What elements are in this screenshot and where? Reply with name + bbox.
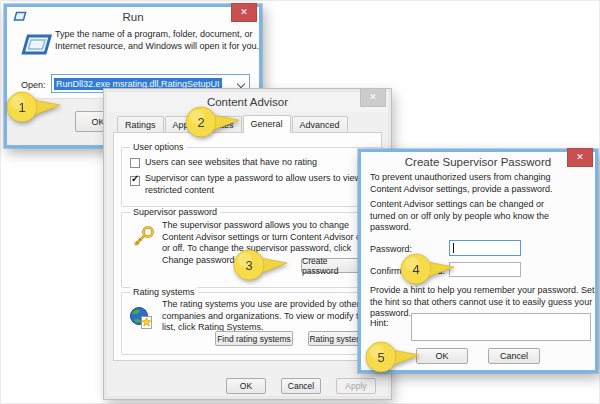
hint-label: Hint:: [370, 318, 389, 328]
content-advisor-dialog: Content Advisor ✕ Ratings Approved Sites…: [104, 89, 391, 399]
password-dialog-p1: To prevent unauthorized users from chang…: [370, 172, 572, 195]
rating-systems-label: Rating systems: [130, 287, 198, 297]
content-advisor-cancel-button[interactable]: Cancel: [281, 378, 321, 394]
content-advisor-ok-button[interactable]: OK: [226, 378, 266, 394]
chevron-down-icon[interactable]: [237, 80, 245, 88]
user-options-group: User options Users can see websites that…: [121, 147, 383, 207]
content-advisor-apply-button[interactable]: Apply: [336, 378, 376, 394]
globe-rating-icon: [129, 306, 154, 331]
step-callout-3: 3: [232, 247, 290, 285]
step-callout-2: 2: [184, 104, 242, 142]
content-advisor-cancel-label: Cancel: [288, 381, 314, 391]
content-advisor-apply-label: Apply: [345, 381, 366, 391]
run-close-icon[interactable]: ✕: [232, 4, 256, 21]
step-callout-4: 4: [399, 251, 457, 289]
run-program-icon: [19, 33, 55, 60]
step-callout-1: 1: [5, 89, 63, 127]
run-titlebar-icon: [13, 11, 27, 22]
confirm-password-field[interactable]: [449, 262, 521, 277]
password-dialog-title: Create Supervisor Password: [405, 156, 551, 168]
no-rating-checkbox[interactable]: [130, 158, 140, 168]
svg-text:3: 3: [245, 258, 252, 273]
run-title: Run: [122, 11, 143, 23]
password-dialog-cancel-button[interactable]: Cancel: [488, 348, 540, 364]
run-ok-label: OK: [91, 117, 104, 127]
rating-systems-group: Rating systems The rating systems you us…: [121, 292, 383, 355]
svg-text:2: 2: [197, 115, 204, 130]
content-advisor-ok-label: OK: [240, 381, 252, 391]
supervisor-override-checkbox[interactable]: ✓: [130, 176, 140, 186]
password-dialog-titlebar[interactable]: Create Supervisor Password: [361, 152, 595, 172]
password-field[interactable]: [449, 240, 521, 256]
password-dialog-p2: Content Advisor settings can be changed …: [370, 199, 568, 234]
svg-text:5: 5: [377, 350, 384, 365]
supervisor-override-checkbox-label[interactable]: Supervisor can type a password to allow …: [145, 173, 377, 196]
checkmark-icon: ✓: [131, 173, 139, 184]
password-dialog-ok-label: OK: [435, 351, 448, 361]
create-password-label: Create password: [302, 256, 366, 276]
user-options-label: User options: [130, 142, 187, 152]
content-advisor-titlebar[interactable]: Content Advisor: [107, 92, 388, 112]
find-rating-systems-label: Find rating systems: [217, 334, 291, 344]
run-titlebar[interactable]: Run: [7, 7, 259, 27]
password-dialog-close-icon[interactable]: ✕: [568, 149, 592, 166]
key-icon: [130, 225, 156, 249]
password-dialog-ok-button[interactable]: OK: [416, 348, 468, 364]
no-rating-checkbox-label[interactable]: Users can see websites that have no rati…: [145, 157, 317, 167]
run-description: Type the name of a program, folder, docu…: [55, 29, 261, 52]
find-rating-systems-button[interactable]: Find rating systems: [215, 331, 293, 346]
step-callout-5: 5: [364, 339, 422, 377]
svg-text:1: 1: [18, 100, 25, 115]
screenshot-canvas: Run ✕ Type the name of a program, folder…: [0, 0, 600, 404]
svg-text:4: 4: [412, 262, 419, 277]
rating-systems-text: The rating systems you use are provided …: [162, 299, 380, 334]
content-advisor-close-icon[interactable]: ✕: [361, 89, 385, 106]
run-open-value: RunDll32.exe msrating.dll,RatingSetupUI: [54, 78, 222, 90]
supervisor-password-label: Supervisor password: [130, 207, 220, 217]
tab-general[interactable]: General: [243, 115, 291, 133]
password-dialog-cancel-label: Cancel: [500, 351, 528, 361]
hint-field[interactable]: [411, 313, 591, 341]
